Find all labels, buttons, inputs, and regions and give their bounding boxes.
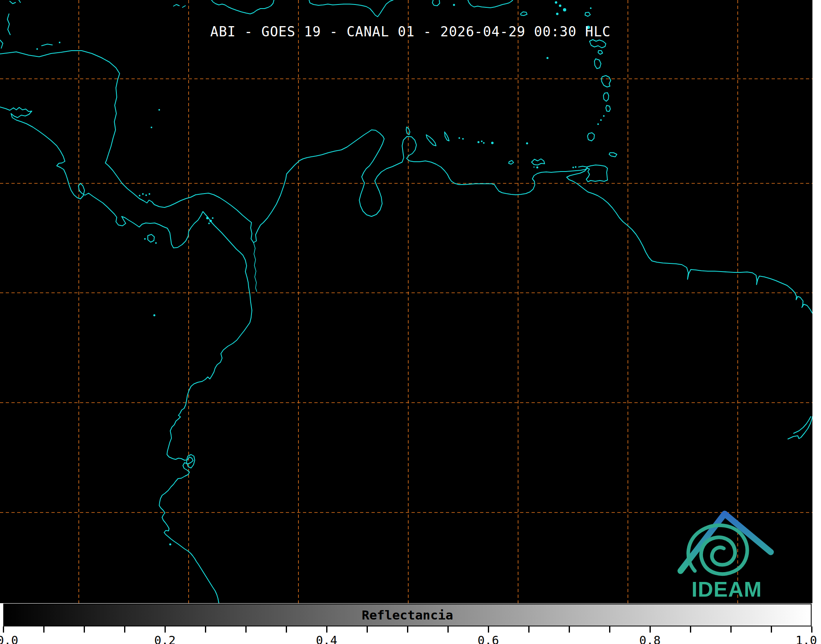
colorbar-tick xyxy=(84,626,85,633)
colorbar-tick-label: 0.4 xyxy=(316,633,337,644)
colorbar-zone: Reflectancia 0.00.20.40.60.81.0 xyxy=(0,603,821,644)
colorbar-tick-label: 0.8 xyxy=(639,633,661,644)
island-bonaire xyxy=(445,132,449,141)
colorbar-tick-label: 0.2 xyxy=(154,633,176,644)
colorbar-tick xyxy=(286,626,287,633)
island-la-tortuga xyxy=(509,160,514,164)
colorbar-tick xyxy=(690,626,691,633)
island-grenada xyxy=(587,133,594,141)
island-st-vincent xyxy=(606,105,610,111)
coast-atrato-river xyxy=(254,243,257,292)
island-mona xyxy=(432,0,440,6)
coast-hispaniola-south xyxy=(309,0,393,17)
image-title: ABI - GOES 19 - CANAL 01 - 2026-04-29 00… xyxy=(0,24,821,40)
colorbar-tick xyxy=(205,626,206,633)
colorbar-tick xyxy=(407,626,408,633)
small-island-dots xyxy=(36,1,605,546)
colorbar-tick xyxy=(326,626,327,633)
colorbar-tick xyxy=(245,626,247,633)
colorbar-tick-label: 1.0 xyxy=(796,633,817,644)
coast-pacific-mainland xyxy=(0,107,252,603)
map-right-margin xyxy=(812,0,821,603)
satellite-image-screen: ABI - GOES 19 - CANAL 01 - 2026-04-29 00… xyxy=(0,0,821,644)
island-st-lucia xyxy=(603,93,609,101)
colorbar-tick xyxy=(43,626,44,633)
map-area: ABI - GOES 19 - CANAL 01 - 2026-04-29 00… xyxy=(0,0,812,603)
colorbar-tick xyxy=(609,626,610,633)
colorbar-tick xyxy=(447,626,449,633)
island-puna xyxy=(187,455,195,468)
island-marie-galante xyxy=(598,51,603,54)
colorbar-tick xyxy=(124,626,125,633)
island-dominica xyxy=(594,59,601,69)
colorbar-tick xyxy=(811,626,812,633)
island-st-croix xyxy=(521,12,527,16)
colorbar-tick xyxy=(771,626,772,633)
colorbar-tick xyxy=(730,626,732,633)
colorbar-tick xyxy=(528,626,530,633)
colorbar-tick-label: 0.6 xyxy=(478,633,499,644)
colorbar-tick xyxy=(569,626,570,633)
colorbar-ticks: 0.00.20.40.60.81.0 xyxy=(0,603,821,644)
island-coiba xyxy=(148,234,154,242)
island-margarita xyxy=(532,159,545,165)
coast-caribbean-mainland xyxy=(0,51,812,313)
island-martinique xyxy=(601,76,611,87)
colorbar-tick xyxy=(488,626,489,633)
island-antigua xyxy=(585,12,590,16)
coast-amapa-corner xyxy=(788,417,812,439)
island-cayman-fragments xyxy=(10,0,185,7)
colorbar-tick xyxy=(3,626,4,633)
colorbar-tick xyxy=(650,626,651,633)
island-tobago xyxy=(609,153,617,157)
colorbar-tick xyxy=(165,626,166,633)
colorbar-tick-label: 0.0 xyxy=(0,633,18,644)
island-curacao xyxy=(426,135,436,146)
coast-jamaica-south xyxy=(211,0,274,14)
island-guadeloupe xyxy=(590,40,606,48)
ideam-logo-text: IDEAM xyxy=(665,577,788,602)
coast-puerto-rico-south xyxy=(468,0,513,8)
colorbar-tick xyxy=(367,626,368,633)
island-trinidad xyxy=(578,165,607,182)
